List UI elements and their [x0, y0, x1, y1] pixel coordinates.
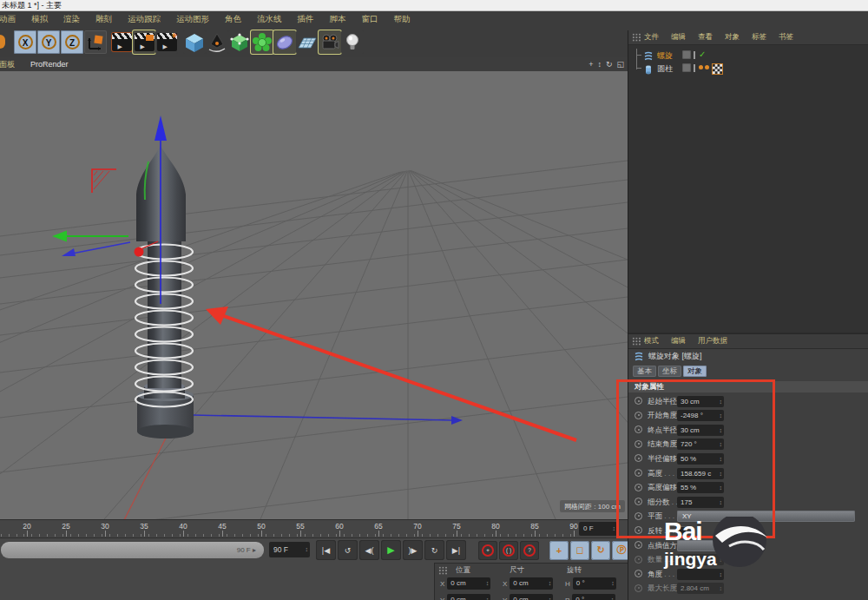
light-button[interactable] [341, 30, 364, 54]
key-rotation-button[interactable]: ↻ [591, 541, 610, 560]
texture-tag-icon[interactable] [712, 63, 723, 75]
object-label-cylinder[interactable]: 圆柱 [657, 63, 673, 75]
keyframe-dot-icon[interactable] [635, 584, 642, 592]
play-forward-button[interactable]: ▶ [381, 540, 401, 560]
am-menu-item-1[interactable]: 编辑 [665, 336, 692, 346]
stepper-icon[interactable]: ↕ [611, 594, 615, 600]
attr-dropdown-interpolation[interactable] [677, 540, 757, 551]
menu-item-9[interactable]: 脚本 [322, 14, 354, 25]
preview-range-slider[interactable]: 90 F ▸ [1, 542, 264, 558]
stepper-icon[interactable]: ↕ [720, 583, 723, 594]
lock-x-axis-button[interactable]: X [14, 30, 36, 54]
floor-button[interactable] [296, 30, 319, 54]
maximize-icon[interactable]: ◱ [616, 60, 624, 69]
tag-dot-icon[interactable] [699, 65, 703, 69]
visibility-dots-icon[interactable] [694, 64, 695, 72]
stepper-icon[interactable]: ↕ [306, 542, 309, 557]
menu-item-6[interactable]: 角色 [217, 14, 249, 25]
spline-pen-button[interactable] [206, 30, 228, 54]
menu-item-8[interactable]: 插件 [290, 14, 322, 25]
attr-field-max-length[interactable]: 2.804 cm↕ [677, 583, 724, 594]
coordinate-system-button[interactable] [84, 30, 107, 54]
stepper-icon[interactable]: ↕ [549, 594, 552, 600]
current-frame-marker-field[interactable]: 0 F ↕ [579, 522, 617, 536]
object-manager-tree[interactable]: 螺旋 ✓ 圆柱 [628, 45, 868, 349]
am-menu-item-2[interactable]: 用户数据 [692, 336, 733, 346]
om-menu-item-1[interactable]: 编辑 [665, 32, 692, 43]
stepper-icon[interactable]: ↕ [486, 594, 490, 600]
object-label-helix[interactable]: 螺旋 [657, 50, 673, 62]
gizmo-origin-handle[interactable] [135, 247, 144, 257]
attr-field-angle[interactable]: ↕ [677, 569, 724, 580]
keyframe-dot-icon[interactable] [635, 556, 642, 564]
rotate-icon[interactable]: ↻ [606, 60, 613, 69]
enabled-check-icon[interactable]: ✓ [699, 49, 706, 59]
menu-item-10[interactable]: 窗口 [354, 14, 386, 25]
menu-item-3[interactable]: 雕刻 [88, 14, 120, 25]
lock-z-axis-button[interactable]: Z [61, 30, 83, 54]
stepper-icon[interactable]: ↕ [613, 522, 616, 536]
key-position-button[interactable]: + [549, 541, 569, 560]
menu-item-2[interactable]: 渲染 [56, 14, 88, 25]
next-key-button[interactable]: )▶ [403, 540, 423, 560]
visibility-dots-icon[interactable] [694, 51, 695, 59]
om-menu-item-4[interactable]: 标签 [746, 32, 773, 43]
viewport[interactable]: 网格间距 : 100 cm [0, 71, 628, 519]
stepper-icon[interactable]: ↕ [486, 577, 490, 590]
volume-button[interactable] [273, 30, 296, 54]
visibility-toggle-icon[interactable] [682, 63, 691, 72]
tab-基本[interactable]: 基本 [633, 366, 656, 377]
menu-item-0[interactable]: 动画 [0, 14, 23, 25]
menu-item-1[interactable]: 模拟 [23, 14, 56, 25]
render-picture-viewer-button[interactable]: ▶ [133, 30, 155, 54]
om-menu-item-5[interactable]: 书签 [773, 32, 799, 43]
visibility-toggle-icon[interactable] [682, 50, 691, 59]
viewport-menu-prorender[interactable]: ProRender [23, 60, 76, 69]
am-menu-item-0[interactable]: 模式 [638, 336, 665, 346]
coord-field-P-2[interactable]: 0 °↕ [572, 594, 615, 600]
lock-y-axis-button[interactable]: Y [37, 30, 60, 54]
zoom-icon[interactable]: ↕ [597, 60, 602, 69]
autokey-button[interactable]: ( ) [499, 541, 518, 560]
camera-button[interactable] [319, 30, 341, 54]
attr-field-number[interactable]: 8↕ [677, 554, 724, 565]
coord-field-Y-1[interactable]: 0 cm↕ [510, 594, 553, 600]
stepper-icon[interactable]: ↕ [611, 577, 615, 590]
keyframe-dot-icon[interactable] [635, 570, 642, 577]
tab-坐标[interactable]: 坐标 [658, 366, 681, 377]
keyframe-dot-icon[interactable] [635, 541, 642, 549]
om-menu-item-2[interactable]: 查看 [692, 32, 719, 43]
menu-item-11[interactable]: 帮助 [386, 14, 418, 25]
prev-key-button[interactable]: ◀( [359, 540, 379, 560]
play-backward-button[interactable]: ↺ [338, 540, 358, 560]
object-row-cylinder[interactable]: 圆柱 [628, 62, 868, 75]
om-menu-item-3[interactable]: 对象 [719, 32, 746, 43]
mograph-button[interactable] [251, 30, 273, 54]
stepper-icon[interactable]: ↕ [720, 569, 723, 580]
coord-field-X-1[interactable]: 0 cm↕ [510, 577, 553, 590]
key-scale-button[interactable]: ◻ [570, 541, 589, 560]
menu-item-7[interactable]: 流水线 [249, 14, 290, 25]
coord-field-X-0[interactable]: 0 cm↕ [447, 577, 490, 590]
viewport-menu-panel[interactable]: 面板 [0, 59, 23, 70]
frame-number-field[interactable]: 90 F ↕ [269, 542, 310, 557]
menu-item-5[interactable]: 运动图形 [168, 14, 217, 25]
om-menu-item-0[interactable]: 文件 [638, 32, 665, 43]
coord-field-H-2[interactable]: 0 °↕ [573, 577, 616, 590]
add-primitive-button[interactable] [183, 30, 206, 54]
coord-field-Y-0[interactable]: 0 cm↕ [447, 594, 490, 600]
object-row-helix[interactable]: 螺旋 ✓ [628, 49, 868, 62]
timeline-ruler[interactable]: 0 F ↕ 202530354045505560657075808590 [0, 519, 628, 538]
render-settings-button[interactable]: ▶* [155, 30, 178, 54]
menu-item-4[interactable]: 运动跟踪 [120, 14, 168, 25]
tag-dot-icon[interactable] [705, 65, 709, 69]
stepper-icon[interactable]: ↕ [720, 554, 723, 565]
goto-start-button[interactable]: |◀ [316, 540, 336, 560]
tab-对象[interactable]: 对象 [683, 366, 707, 377]
pan-icon[interactable]: + [589, 60, 593, 69]
goto-end-button[interactable]: ▶| [446, 540, 466, 560]
render-view-button[interactable]: ▶ [110, 30, 133, 54]
panel-handle-icon[interactable] [438, 566, 448, 575]
subdivision-surface-button[interactable] [228, 30, 251, 54]
record-keyframe-button[interactable]: ⌖ [478, 541, 497, 560]
